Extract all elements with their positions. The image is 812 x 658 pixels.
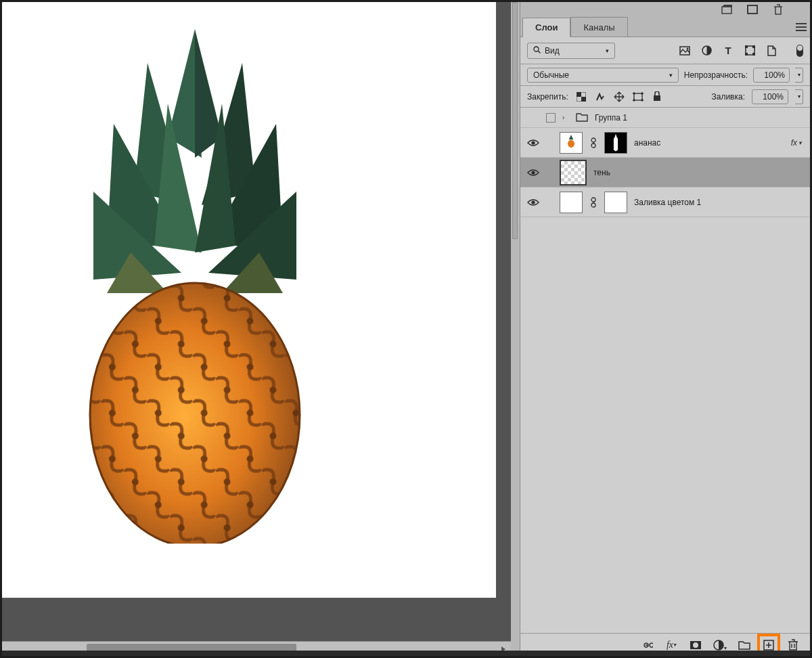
artboard[interactable]: [2, 2, 496, 598]
lock-position-icon[interactable]: [613, 91, 625, 103]
svg-point-24: [568, 139, 574, 147]
filter-type-icon[interactable]: T: [722, 45, 734, 57]
svg-rect-15: [752, 45, 755, 48]
chevron-down-icon: ▾: [606, 47, 609, 54]
opacity-value: 100%: [764, 70, 785, 80]
visibility-toggle[interactable]: [527, 167, 539, 179]
panel-gutter: [511, 2, 520, 656]
layer-thumbnail[interactable]: [560, 160, 587, 185]
layer-filter-row: Вид ▾ T: [520, 37, 810, 64]
search-icon: [533, 46, 541, 55]
collapsed-icon-1[interactable]: [721, 4, 733, 15]
svg-rect-16: [745, 53, 748, 56]
layer-colorfill[interactable]: Заливка цветом 1: [520, 188, 810, 217]
layer-fx-indicator[interactable]: fx▾: [791, 138, 803, 148]
fill-label: Заливка:: [711, 92, 745, 102]
blend-mode-value: Обычные: [533, 70, 569, 80]
svg-rect-22: [654, 95, 660, 101]
layer-name: Группа 1: [595, 113, 627, 123]
tab-layers[interactable]: Слои: [522, 18, 570, 37]
layer-group-1[interactable]: › Группа 1: [520, 108, 810, 128]
svg-point-28: [531, 171, 535, 174]
svg-rect-5: [722, 7, 731, 14]
layer-name: Заливка цветом 1: [634, 198, 701, 207]
blend-mode-select[interactable]: Обычные ▾: [527, 68, 679, 83]
svg-rect-14: [745, 45, 748, 48]
svg-rect-21: [634, 93, 642, 100]
layer-mask-thumbnail[interactable]: [604, 132, 627, 154]
lock-label: Закрепить:: [527, 92, 568, 102]
link-icon: [589, 137, 597, 148]
svg-rect-7: [748, 6, 757, 13]
layer-shadow[interactable]: тень: [520, 158, 810, 188]
panel-menu-icon[interactable]: [792, 17, 810, 37]
svg-point-8: [534, 47, 539, 51]
lock-image-icon[interactable]: [594, 91, 606, 103]
layer-thumbnail[interactable]: [560, 192, 583, 213]
layer-mask-thumbnail[interactable]: [604, 192, 627, 213]
layers-panel: Слои Каналы Вид ▾ T: [520, 2, 810, 656]
layer-checkbox[interactable]: [546, 113, 556, 123]
svg-point-11: [687, 47, 689, 49]
lock-fill-row: Закрепить: Заливка: 100% ▾: [520, 86, 810, 108]
fill-field[interactable]: 100%: [752, 89, 788, 104]
svg-point-23: [531, 141, 535, 144]
opacity-label: Непрозрачность:: [684, 70, 748, 80]
lock-transparency-icon[interactable]: [575, 91, 587, 103]
tab-channels[interactable]: Каналы: [570, 17, 627, 37]
fill-value: 100%: [763, 92, 784, 102]
svg-point-29: [531, 200, 535, 204]
layer-thumbnail[interactable]: [560, 132, 583, 154]
svg-line-9: [538, 51, 540, 53]
collapsed-icon-2[interactable]: [746, 4, 759, 15]
canvas-column: [2, 2, 511, 656]
svg-rect-17: [752, 53, 755, 56]
layer-stack: › Группа 1 ананас fx▾ т: [520, 108, 810, 633]
filter-kind-select[interactable]: Вид ▾: [527, 43, 615, 59]
canvas-pasteboard: [2, 603, 511, 641]
lock-all-icon[interactable]: [651, 91, 663, 103]
svg-point-34: [693, 642, 698, 648]
layer-pineapple[interactable]: ананас fx▾: [520, 128, 810, 158]
fill-stepper[interactable]: ▾: [795, 89, 803, 104]
svg-rect-19: [577, 92, 581, 97]
filter-kind-label: Вид: [545, 46, 560, 56]
visibility-toggle[interactable]: [527, 137, 539, 149]
blend-opacity-row: Обычные ▾ Непрозрачность: 100% ▾: [520, 64, 810, 86]
visibility-toggle[interactable]: [527, 112, 539, 124]
panel-tabs: Слои Каналы: [520, 17, 810, 37]
opacity-stepper[interactable]: ▾: [795, 68, 803, 83]
filter-adjustment-icon[interactable]: [700, 45, 713, 57]
link-icon: [589, 197, 597, 208]
layer-name: тень: [593, 168, 610, 177]
canvas-frame[interactable]: [2, 2, 511, 603]
filter-shape-icon[interactable]: [744, 45, 756, 57]
collapsed-icon-3[interactable]: [772, 4, 784, 15]
visibility-toggle[interactable]: [527, 196, 539, 209]
collapsed-panel-icons: [520, 2, 810, 17]
filter-smart-icon[interactable]: [765, 45, 777, 57]
pineapple-image: [66, 22, 323, 544]
svg-rect-20: [581, 97, 586, 102]
chevron-down-icon: ▾: [669, 72, 673, 79]
lock-artboard-icon[interactable]: [632, 91, 644, 103]
filter-pixel-icon[interactable]: [679, 45, 691, 57]
group-expand-icon[interactable]: ›: [562, 114, 569, 121]
opacity-field[interactable]: 100%: [753, 68, 790, 83]
layer-name: ананас: [634, 138, 660, 148]
filter-toggle[interactable]: [796, 45, 803, 57]
folder-icon: [576, 113, 588, 123]
